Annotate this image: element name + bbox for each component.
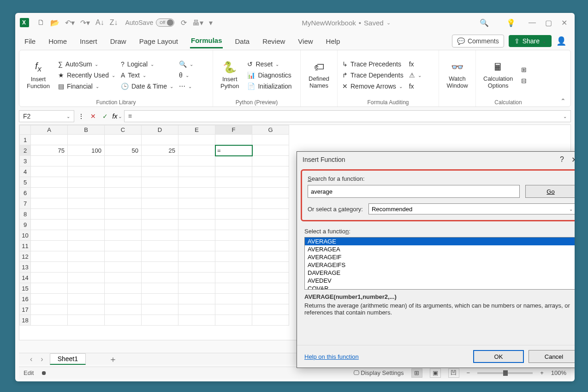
cell-B17[interactable]	[68, 304, 105, 315]
sort-desc-icon[interactable]: Z↓	[110, 18, 118, 27]
row-header-1[interactable]: 1	[20, 135, 31, 145]
search-icon[interactable]: 🔍	[480, 18, 489, 27]
initialization-button[interactable]: 📄Initialization	[247, 83, 291, 90]
cell-D11[interactable]	[142, 241, 178, 251]
cell-D7[interactable]	[142, 198, 178, 209]
trace-precedents-button[interactable]: ↳Trace Precedents	[342, 60, 404, 68]
lightbulb-icon[interactable]: 💡	[506, 18, 516, 27]
cell-C8[interactable]	[105, 209, 142, 220]
cell-G15[interactable]	[252, 283, 289, 294]
cell-D1[interactable]	[142, 135, 178, 145]
cell-D10[interactable]	[142, 230, 178, 241]
function-list[interactable]: AVERAGEAVERAGEAAVERAGEIFAVERAGEIFSDAVERA…	[304, 237, 575, 290]
cell-G7[interactable]	[252, 198, 289, 209]
page-layout-view-button[interactable]: ▣	[430, 368, 441, 378]
cell-A1[interactable]	[31, 135, 68, 145]
cell-B9[interactable]	[68, 220, 105, 230]
cell-C5[interactable]	[105, 177, 142, 188]
dialog-help-button[interactable]: ?	[556, 155, 568, 164]
macro-record-icon[interactable]: ⏺	[41, 369, 47, 376]
function-list-item[interactable]: DAVERAGE	[305, 269, 575, 277]
cell-D13[interactable]	[142, 262, 178, 273]
cell-D8[interactable]	[142, 209, 178, 220]
cell-E12[interactable]	[178, 251, 215, 262]
sheet-nav-next[interactable]: ›	[39, 355, 45, 363]
cell-F1[interactable]	[215, 135, 252, 145]
search-input[interactable]	[308, 185, 520, 198]
cell-A9[interactable]	[31, 220, 68, 230]
text-button[interactable]: AText⌄	[121, 71, 173, 79]
cell-F4[interactable]	[215, 166, 252, 177]
cell-F5[interactable]	[215, 177, 252, 188]
cell-A7[interactable]	[31, 198, 68, 209]
cell-D14[interactable]	[142, 273, 178, 283]
tab-review[interactable]: Review	[261, 35, 286, 48]
cell-D4[interactable]	[142, 166, 178, 177]
page-break-view-button[interactable]: 凹	[448, 368, 459, 378]
function-list-item[interactable]: AVEDEV	[305, 277, 575, 285]
undo-icon[interactable]: ↶▾	[65, 18, 75, 27]
select-all-cell[interactable]	[20, 125, 31, 135]
cell-A8[interactable]	[31, 209, 68, 220]
cell-B16[interactable]	[68, 294, 105, 304]
col-header-E[interactable]: E	[178, 125, 215, 135]
cell-B3[interactable]	[68, 156, 105, 166]
cell-G3[interactable]	[252, 156, 289, 166]
tab-home[interactable]: Home	[48, 35, 68, 48]
cell-E17[interactable]	[178, 304, 215, 315]
cell-E15[interactable]	[178, 283, 215, 294]
cell-B15[interactable]	[68, 283, 105, 294]
function-list-item[interactable]: AVERAGEIF	[305, 253, 575, 261]
cell-G8[interactable]	[252, 209, 289, 220]
maximize-button[interactable]: ▢	[545, 18, 552, 27]
cell-A10[interactable]	[31, 230, 68, 241]
cell-E5[interactable]	[178, 177, 215, 188]
cell-F12[interactable]	[215, 251, 252, 262]
cell-E18[interactable]	[178, 315, 215, 326]
qat-more-icon[interactable]: ▾	[209, 18, 213, 27]
cell-F6[interactable]	[215, 188, 252, 198]
cell-G11[interactable]	[252, 241, 289, 251]
row-header-7[interactable]: 7	[20, 198, 31, 209]
cell-E14[interactable]	[178, 273, 215, 283]
tab-view[interactable]: View	[297, 35, 314, 48]
name-box[interactable]: F2 ⌄	[19, 110, 74, 122]
cell-B10[interactable]	[68, 230, 105, 241]
cell-D9[interactable]	[142, 220, 178, 230]
cell-D6[interactable]	[142, 188, 178, 198]
row-header-4[interactable]: 4	[20, 166, 31, 177]
cell-A5[interactable]	[31, 177, 68, 188]
collapse-ribbon-button[interactable]: ⌃	[560, 97, 566, 105]
tab-help[interactable]: Help	[325, 35, 341, 48]
function-list-item[interactable]: AVERAGEIFS	[305, 261, 575, 269]
refresh-icon[interactable]: ⟳	[181, 18, 187, 27]
zoom-slider[interactable]	[477, 372, 533, 374]
normal-view-button[interactable]: ⊞	[411, 368, 422, 378]
cell-E3[interactable]	[178, 156, 215, 166]
zoom-in-button[interactable]: +	[540, 369, 544, 376]
cell-B13[interactable]	[68, 262, 105, 273]
tab-formulas[interactable]: Formulas	[190, 34, 223, 48]
cell-G9[interactable]	[252, 220, 289, 230]
cell-C15[interactable]	[105, 283, 142, 294]
cell-G4[interactable]	[252, 166, 289, 177]
tab-data[interactable]: Data	[234, 35, 250, 48]
open-file-icon[interactable]: 📂	[50, 18, 59, 27]
fbar-options-icon[interactable]: ⋮	[76, 111, 86, 121]
fx-button[interactable]: fx⌄	[112, 111, 122, 121]
go-button[interactable]: Go	[525, 185, 575, 198]
cell-C17[interactable]	[105, 304, 142, 315]
cell-B8[interactable]	[68, 209, 105, 220]
dialog-titlebar[interactable]: Insert Function ? ✕	[297, 152, 575, 167]
cell-G16[interactable]	[252, 294, 289, 304]
cell-G14[interactable]	[252, 273, 289, 283]
enter-formula-button[interactable]: ✓	[100, 111, 110, 121]
cell-D18[interactable]	[142, 315, 178, 326]
error-check-button[interactable]: ⚠⌄	[409, 71, 422, 79]
cell-B1[interactable]	[68, 135, 105, 145]
cell-D3[interactable]	[142, 156, 178, 166]
math-button[interactable]: θ⌄	[179, 71, 193, 79]
sheet-nav-prev[interactable]: ‹	[28, 355, 34, 363]
row-header-8[interactable]: 8	[20, 209, 31, 220]
cell-F9[interactable]	[215, 220, 252, 230]
